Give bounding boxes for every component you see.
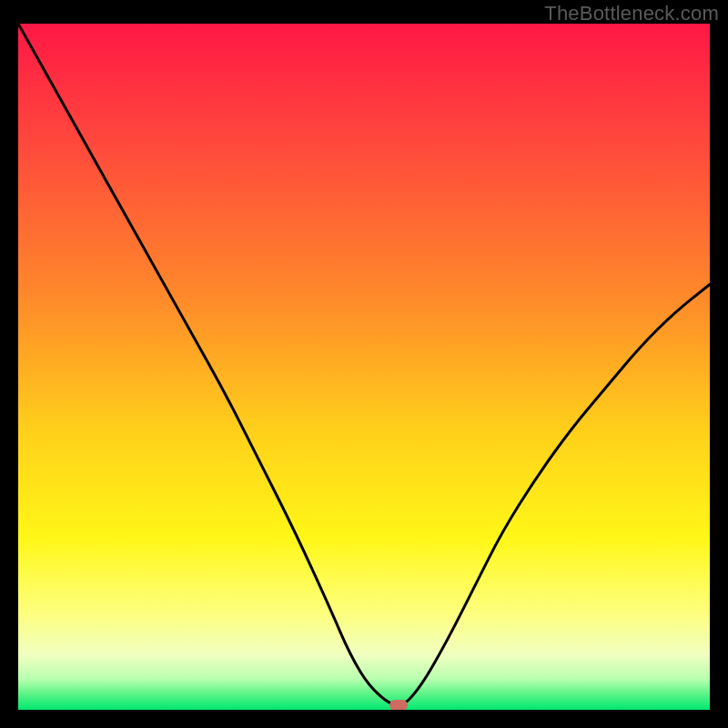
zero-bottleneck-marker xyxy=(389,700,408,710)
watermark-text: TheBottleneck.com xyxy=(544,2,719,25)
chart-plot-area xyxy=(18,24,710,710)
chart-curve xyxy=(18,24,710,710)
